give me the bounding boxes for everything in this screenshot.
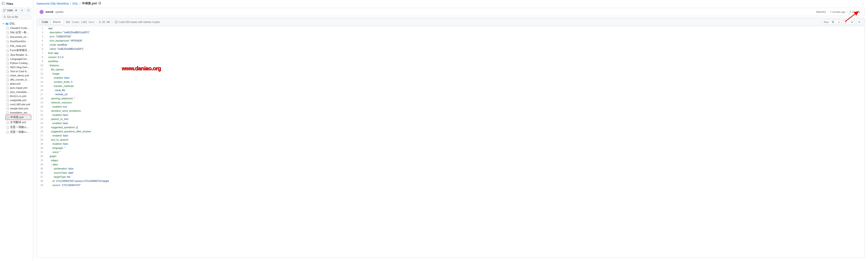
- latest-commit-bar: svcvit update 58be042 · 7 months ago His…: [36, 8, 865, 16]
- svg-rect-0: [2, 2, 5, 5]
- search-tree-button[interactable]: [26, 7, 31, 13]
- copilot-icon: [115, 21, 118, 24]
- code-line: 16 - local_file: [37, 88, 865, 92]
- commit-sha[interactable]: 58be042: [816, 10, 826, 13]
- code-line: 14 number_limits: 3: [37, 80, 865, 84]
- avatar[interactable]: [39, 10, 43, 14]
- code-line: 15 transfer_methods:: [37, 84, 865, 88]
- file-tree-item[interactable]: 全书翻译.yml: [5, 120, 31, 125]
- file-tree-item[interactable]: 完蛋！我被LLM包围了！.yml: [5, 125, 31, 130]
- code-line: 12 image:: [37, 71, 865, 76]
- code-viewer[interactable]: www.daniao.org 1app:2 description: "\u4E…: [36, 26, 865, 258]
- commit-author[interactable]: svcvit: [45, 10, 53, 13]
- file-tree-item[interactable]: DuckDuckGo翻译+LLM二次翻...: [5, 39, 31, 44]
- code-line: 33 edges:: [37, 158, 865, 162]
- file-tree-item[interactable]: runLLMCode.yml: [5, 102, 31, 106]
- code-line: 11 file_upload:: [37, 67, 865, 71]
- tab-blame[interactable]: Blame: [51, 20, 63, 24]
- code-line: 2 description: "\u4E2D\u8BD1\u82F1": [37, 30, 865, 34]
- code-line: 27 enabled: false: [37, 133, 865, 138]
- file-tree-item[interactable]: 中译英.yml: [5, 115, 31, 120]
- code-line: 13 enabled: false: [37, 76, 865, 80]
- add-file-button[interactable]: [19, 7, 25, 13]
- breadcrumb-repo[interactable]: Awesome-Dify-Workflow: [36, 2, 69, 5]
- file-tree-item[interactable]: Python Coding Prompt.yml: [5, 61, 31, 65]
- code-line: 34 - data:: [37, 162, 865, 166]
- branch-select[interactable]: main ▾: [2, 7, 19, 13]
- file-tree-item[interactable]: json-repair.yml: [5, 86, 31, 90]
- symbols-button[interactable]: [856, 20, 862, 24]
- svg-rect-8: [99, 2, 101, 4]
- pencil-icon: [845, 21, 847, 23]
- file-tree-item[interactable]: Dify 运营一条龙.yml: [5, 30, 31, 35]
- file-tree-item[interactable]: simple-kimi.yml: [5, 106, 31, 110]
- code-line: 20 enabled: true: [37, 105, 865, 109]
- copy-raw-button[interactable]: [830, 20, 836, 24]
- code-line: 36 sourceType: start: [37, 171, 865, 175]
- search-icon: [3, 15, 6, 18]
- history-icon: [849, 10, 852, 13]
- file-tree-item[interactable]: jieba.yml: [5, 81, 31, 86]
- file-tree-item[interactable]: llm2o1.cn.yml: [5, 94, 31, 98]
- files-heading: Files: [6, 2, 13, 5]
- copilot-hint[interactable]: Code 55% faster with GitHub Copilot: [112, 21, 160, 24]
- file-tree-item[interactable]: File_read.yml: [5, 44, 31, 48]
- file-tree-item[interactable]: 完蛋！我被LLM包围了！（精: [5, 130, 31, 134]
- code-line: 4 icon_background: '#FFEAD5': [37, 38, 865, 43]
- chevron-down-icon: [850, 21, 853, 23]
- file-tree-item[interactable]: Jina Reader Jinja.yml: [5, 53, 31, 57]
- code-line: 38 id: 1721105947247-source-172110598372…: [37, 179, 865, 183]
- file-tree-sidebar: Files main ▾ Go to file DSL Claude3 Code…: [0, 0, 33, 261]
- code-line: 29 enabled: false: [37, 142, 865, 146]
- file-tree-item[interactable]: Claude3 Code Translation.yml: [5, 26, 31, 30]
- code-line: 10 features:: [37, 63, 865, 67]
- collapse-sidebar-icon[interactable]: [2, 2, 5, 6]
- code-line: 24 enabled: false: [37, 121, 865, 125]
- file-tree-item[interactable]: Text to Card Iteration.yml: [5, 69, 31, 73]
- folder-dsl[interactable]: DSL: [2, 21, 31, 26]
- history-button[interactable]: History: [847, 10, 862, 14]
- edit-button[interactable]: [843, 20, 849, 24]
- download-icon: [837, 21, 840, 23]
- svg-point-12: [116, 22, 117, 22]
- svg-rect-9: [98, 2, 100, 4]
- commit-age: 7 months ago: [830, 10, 845, 13]
- chevron-down-icon: [2, 23, 5, 25]
- tab-code[interactable]: Code: [39, 20, 51, 24]
- file-tree-item[interactable]: Document_chat_template.yml: [5, 35, 31, 39]
- raw-button[interactable]: Raw: [822, 20, 830, 24]
- code-line: 26 suggested_questions_after_answer:: [37, 129, 865, 133]
- code-line: 3 icon: "\U0001F916": [37, 34, 865, 38]
- file-tree-item[interactable]: Form表单聊天Demo.yml: [5, 48, 31, 53]
- file-tree-item[interactable]: LanguageConsistencyChecker....: [5, 57, 31, 61]
- breadcrumb: Awesome-Dify-Workflow / DSL / 中译英.yml ··…: [33, 0, 868, 7]
- commit-message[interactable]: update: [55, 10, 64, 13]
- folder-open-icon: [5, 22, 9, 25]
- svg-point-4: [28, 9, 29, 11]
- code-line: 25 suggested_questions: []: [37, 125, 865, 129]
- svg-point-10: [115, 21, 118, 23]
- go-to-file-input[interactable]: Go to file: [2, 14, 31, 20]
- svg-rect-14: [832, 21, 834, 23]
- code-line: 5 mode: workflow: [37, 43, 865, 47]
- code-line: 21 sensitive_word_avoidance:: [37, 109, 865, 113]
- file-tree-item[interactable]: dify_course_demo.yml: [5, 77, 31, 81]
- more-menu-button[interactable]: ···: [862, 2, 865, 5]
- code-line: 17 - remote_url: [37, 92, 865, 96]
- file-tree-item[interactable]: json_translate.yml: [5, 90, 31, 94]
- breadcrumb-path[interactable]: DSL: [72, 2, 78, 5]
- file-tree-item[interactable]: chart_demo.yml: [5, 73, 31, 77]
- copy-path-icon[interactable]: [98, 2, 101, 5]
- svg-line-5: [29, 11, 29, 11]
- file-tree-item[interactable]: SEO Slug Generator.yml: [5, 65, 31, 69]
- code-line: 22 enabled: false: [37, 113, 865, 117]
- breadcrumb-current: 中译英.yml: [82, 1, 97, 5]
- download-button[interactable]: [836, 20, 842, 24]
- file-toolbar: Code Blame 182 lines (182 loc) · 6.35 KB…: [36, 18, 865, 26]
- file-tree-item[interactable]: matplotlib.yml: [5, 98, 31, 102]
- code-line: 28 text_to_speech:: [37, 138, 865, 142]
- svg-line-7: [5, 18, 6, 18]
- edit-dropdown[interactable]: [849, 20, 855, 24]
- svg-point-2: [5, 9, 6, 10]
- file-tree-item[interactable]: translation_workflow.yml: [5, 110, 31, 115]
